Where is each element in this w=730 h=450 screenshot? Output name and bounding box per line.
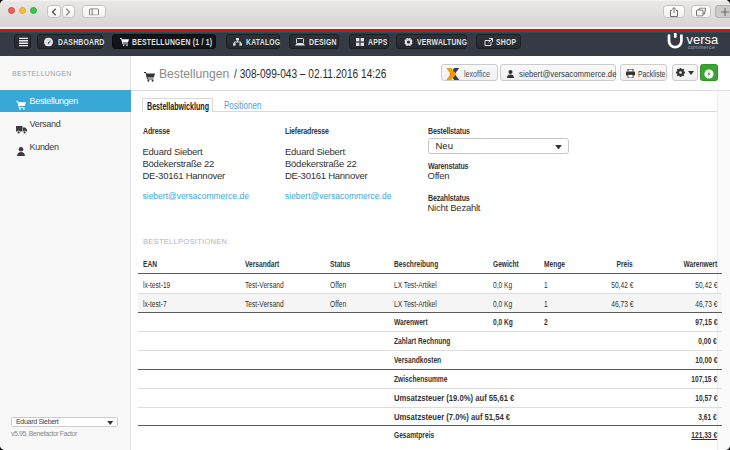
svg-text:commerce: commerce	[688, 44, 715, 50]
